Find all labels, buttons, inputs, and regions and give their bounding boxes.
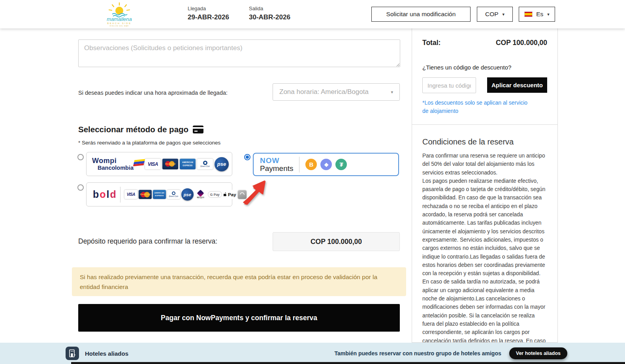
deposit-label: Depósito requerido para confirmar la res… — [78, 237, 217, 246]
partner-hotels-bar: Hoteles aliados También puedes reservar … — [0, 343, 625, 364]
svg-text:mamallena: mamallena — [107, 16, 132, 22]
observations-textarea[interactable] — [78, 39, 400, 67]
departure-block: Salida 30-ABR-2026 — [249, 6, 290, 21]
departure-label: Salida — [249, 6, 290, 11]
wompi-card-logos: VISA MasterCard AMERICAN EXPRESS Diners … — [145, 157, 229, 171]
pay-confirm-label: Pagar con NowPayments y confirmar la res… — [161, 314, 317, 322]
conditions-title: Condiciones de la reserva — [422, 137, 547, 146]
diners-club-icon: Diners Club — [197, 159, 213, 169]
ethereum-icon: ◆ — [320, 159, 332, 170]
visa-icon: VISA — [145, 159, 161, 169]
now-text: NOW — [260, 157, 293, 165]
nowpayments-logo: NOW Payments — [260, 157, 293, 173]
payment-radio-bold[interactable] — [77, 184, 84, 191]
total-row: Total: COP 100.000,00 — [422, 39, 547, 47]
mastercard-icon: MasterCard — [139, 190, 152, 199]
arrival-label: Llegada — [188, 6, 229, 11]
payment-option-wompi[interactable]: Wompi Bancolombia VISA MasterCard AMERIC… — [86, 152, 232, 176]
payment-option-nowpayments[interactable]: NOW Payments B ◆ ₮ — [253, 153, 399, 176]
divider — [120, 187, 120, 203]
top-header: mamallena BEACH SIDE RINCON DEL MAR Lleg… — [0, 0, 625, 28]
bottom-edge-strip — [71, 362, 625, 364]
gpay-icon: G Pay — [208, 191, 222, 198]
partner-hotels-title: Hoteles aliados — [85, 350, 128, 357]
diners-club-icon: Diners Club — [167, 190, 180, 199]
wompi-bancolombia-logo: Wompi Bancolombia — [92, 157, 143, 171]
chevron-down-icon: ▾ — [547, 12, 550, 17]
currency-value: COP — [485, 11, 499, 18]
language-value: Es — [536, 11, 543, 18]
total-value: COP 100.000,00 — [496, 39, 547, 47]
bitcoin-icon: B — [305, 159, 317, 170]
sun-waves-logo-icon: mamallena BEACH SIDE RINCON DEL MAR — [101, 1, 137, 27]
mastercard-icon: MasterCard — [162, 159, 178, 169]
divider — [299, 157, 299, 173]
spain-flag-icon — [524, 11, 533, 17]
chevron-down-icon: ▾ — [503, 12, 505, 17]
pse-icon: pse — [181, 188, 194, 201]
payment-radio-wompi[interactable] — [77, 154, 84, 160]
svg-text:BEACH SIDE: BEACH SIDE — [107, 22, 131, 24]
arrival-block: Llegada 29-ABR-2026 — [188, 6, 229, 21]
transaction-pending-notice: Si has realizado previamente una transac… — [72, 267, 406, 296]
nequi-icon: NEQUI — [195, 190, 207, 199]
view-partner-hotels-button[interactable]: Ver hoteles aliados — [509, 347, 567, 359]
view-partner-hotels-label: Ver hoteles aliados — [516, 351, 561, 356]
request-modification-label: Solicitar una modificación — [386, 11, 456, 18]
language-select[interactable]: Es ▾ — [519, 7, 555, 22]
visa-icon: VISA — [124, 190, 137, 199]
timezone-select[interactable]: Zona horaria: America/Bogota ▾ — [273, 83, 400, 101]
payment-option-bold[interactable]: bold VISA MasterCard AMERICAN EXPRESS Di… — [86, 182, 232, 206]
discount-scope-note: *Los descuentos solo se aplican al servi… — [422, 99, 533, 115]
hotel-logo[interactable]: mamallena BEACH SIDE RINCON DEL MAR — [101, 1, 137, 27]
discount-question: ¿Tienes un código de descuento? — [422, 64, 547, 71]
payments-text: Payments — [260, 165, 293, 173]
credit-card-icon — [193, 126, 203, 133]
chevron-down-icon: ▾ — [391, 90, 393, 95]
colombia-flag-icon — [133, 159, 145, 167]
departure-date: 30-ABR-2026 — [249, 13, 290, 21]
bold-card-logos: VISA MasterCard AMERICAN EXPRESS Diners … — [124, 188, 247, 201]
tether-icon: ₮ — [335, 159, 347, 170]
booking-summary-panel: Total: COP 100.000,00 ¿Tienes un código … — [412, 28, 558, 343]
apple-pay-icon: Pay — [223, 190, 237, 199]
discount-code-input[interactable] — [422, 77, 476, 93]
conditions-section[interactable]: Condiciones de la reserva Para confirmar… — [412, 125, 557, 343]
request-modification-button[interactable]: Solicitar una modificación — [371, 7, 471, 22]
pay-confirm-button[interactable]: Pagar con NowPayments y confirmar la res… — [78, 304, 400, 332]
apply-discount-button[interactable]: Aplicar descuento — [487, 77, 547, 93]
pse-icon: pse — [215, 157, 229, 171]
payment-method-title: Seleccionar método de pago — [78, 125, 203, 134]
currency-select[interactable]: COP ▾ — [477, 7, 513, 22]
red-arrow-annotation — [237, 174, 270, 206]
amex-icon: AMERICAN EXPRESS — [180, 159, 196, 169]
amex-icon: AMERICAN EXPRESS — [153, 190, 166, 199]
payment-redirect-note: * Serás reenviado a la plataforma de pag… — [78, 140, 220, 146]
bold-logo: bold — [93, 189, 117, 200]
partner-hotels-text: También puedes reservar con nuestro grup… — [335, 350, 501, 356]
timezone-value: Zona horaria: America/Bogota — [279, 88, 369, 96]
conditions-text: Para confirmar una reserva se requiere u… — [422, 152, 547, 343]
hotel-building-icon — [66, 347, 79, 360]
deposit-amount: COP 100.000,00 — [273, 232, 400, 251]
apply-discount-label: Aplicar descuento — [491, 82, 543, 88]
arrival-date: 29-ABR-2026 — [188, 13, 229, 21]
crypto-logos: B ◆ ₮ — [305, 159, 347, 170]
svg-text:RINCON DEL MAR: RINCON DEL MAR — [110, 25, 129, 27]
arrival-time-label: Si deseas puedes indicar una hora aproxi… — [78, 90, 228, 96]
total-label: Total: — [422, 39, 441, 47]
payment-method-title-text: Seleccionar método de pago — [78, 125, 188, 134]
payment-radio-nowpayments[interactable] — [244, 154, 250, 160]
